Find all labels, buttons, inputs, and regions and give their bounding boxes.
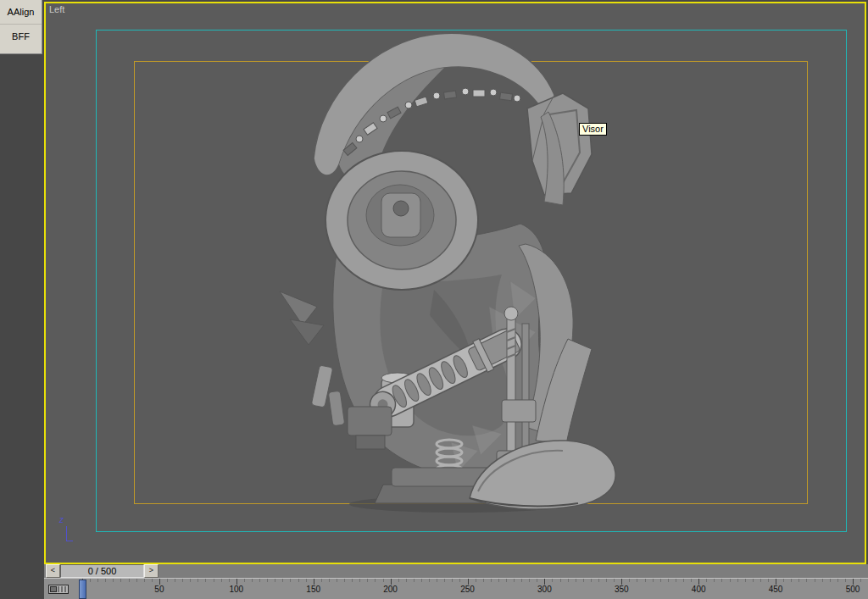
frame-number-field[interactable]: 0 / 500: [60, 564, 144, 578]
time-slider-handle[interactable]: [79, 580, 86, 599]
z-axis-line: [66, 526, 67, 541]
axis-origin-line: [66, 541, 73, 541]
visor-tooltip: Visor: [579, 123, 607, 136]
next-frame-button[interactable]: >: [144, 564, 159, 578]
viewport-left[interactable]: Left: [44, 2, 866, 564]
viewport-label[interactable]: Left: [49, 4, 64, 14]
timeline-ruler[interactable]: 050100150200250300350400450500: [44, 578, 868, 599]
z-axis-indicator: z: [59, 515, 81, 547]
timeline-bar: < 0 / 500 >: [44, 564, 868, 578]
trackbar-row: 050100150200250300350400450500: [0, 578, 868, 599]
aalign-button[interactable]: AAlign: [0, 0, 42, 25]
previous-frame-button[interactable]: <: [46, 564, 60, 578]
trackbar-toggle-icon[interactable]: [48, 583, 69, 596]
mech-model[interactable]: [256, 27, 671, 519]
tool-panel: AAlign BFF: [0, 0, 42, 54]
bff-button[interactable]: BFF: [0, 25, 42, 49]
z-axis-label: z: [59, 515, 81, 524]
ruler-minor-ticks: [82, 579, 865, 582]
